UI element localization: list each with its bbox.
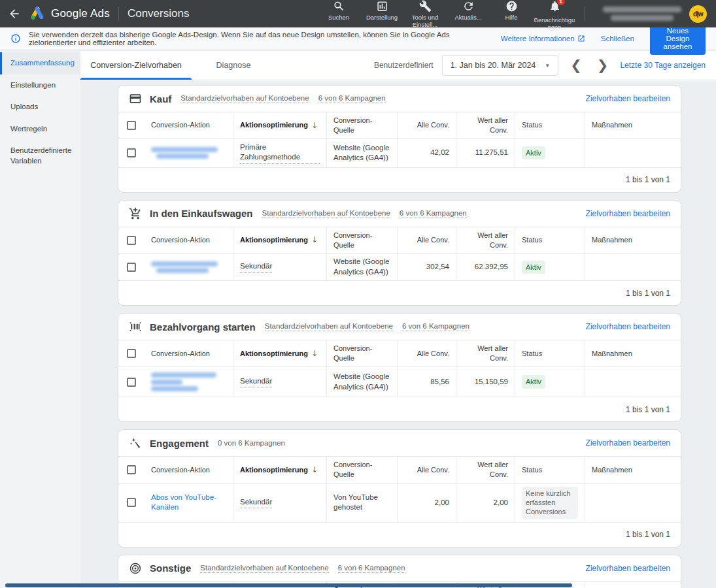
edit-goal-link[interactable]: Zielvorhaben bearbeiten: [586, 209, 670, 218]
col-wert-aller-conv[interactable]: Wert aller Conv.: [456, 112, 515, 139]
tab-bar: Conversion-Zielvorhaben Diagnose Benutze…: [80, 51, 716, 80]
col-massnahmen[interactable]: Maßnahmen: [585, 457, 681, 483]
back-arrow-icon[interactable]: [8, 7, 21, 20]
col-massnahmen[interactable]: Maßnahmen: [585, 582, 681, 588]
table-header-row: Conversion-Aktion Aktionsoptimierung↓ Co…: [118, 456, 681, 483]
col-conversion-quelle[interactable]: Conversion-Quelle: [326, 112, 397, 139]
campaigns-link[interactable]: 6 von 6 Kampagnen: [400, 209, 467, 218]
select-all-checkbox[interactable]: [127, 121, 136, 130]
dismiss-banner-link[interactable]: Schließen: [601, 35, 634, 42]
sidebar-item-einstellungen[interactable]: Einstellungen: [0, 74, 80, 97]
conversion-source: Website (Google Analytics (GA4)): [326, 253, 397, 280]
tools-settings-button[interactable]: Tools und Einstell...: [403, 0, 447, 28]
refresh-button[interactable]: Aktualis...: [447, 0, 490, 21]
col-alle-conv[interactable]: Alle Conv.: [397, 457, 456, 483]
appearance-button[interactable]: Darstellung: [360, 0, 403, 21]
status-badge: Keine kürzlich erfassten Conversions: [522, 487, 578, 519]
help-button[interactable]: Hilfe: [490, 0, 533, 21]
row-checkbox[interactable]: [127, 148, 136, 157]
sort-desc-icon: ↓: [311, 348, 318, 359]
col-massnahmen[interactable]: Maßnahmen: [585, 340, 681, 367]
notifications-button[interactable]: 1 Benachrichtigungen: [533, 0, 576, 31]
col-conversion-quelle[interactable]: Conversion-Quelle: [326, 340, 397, 367]
tab-diagnose[interactable]: Diagnose: [192, 51, 275, 80]
sidebar-item-wertregeln[interactable]: Wertregeln: [0, 118, 80, 140]
row-checkbox[interactable]: [127, 263, 136, 272]
notification-badge: 1: [556, 0, 566, 6]
row-checkbox[interactable]: [127, 378, 136, 387]
date-range-mode-label: Benutzerdefiniert: [374, 61, 434, 70]
next-period-button[interactable]: ❯: [594, 59, 612, 73]
horizontal-scrollbar[interactable]: [5, 583, 572, 587]
col-status[interactable]: Status: [515, 457, 585, 483]
row-checkbox[interactable]: [127, 498, 136, 507]
col-aktionsoptimierung[interactable]: Aktionsoptimierung↓: [233, 112, 326, 139]
table-row: Primäre Zahlungsmethode Website (Google …: [118, 139, 681, 168]
learn-more-link[interactable]: Weitere Informationen: [501, 35, 585, 42]
col-massnahmen[interactable]: Maßnahmen: [585, 112, 681, 139]
col-conversion-aktion[interactable]: Conversion-Aktion: [145, 457, 233, 483]
table-header-row: Conversion-Aktion Aktionsoptimierung↓ Co…: [118, 112, 681, 139]
col-status[interactable]: Status: [515, 112, 585, 139]
col-alle-conv[interactable]: Alle Conv.: [397, 340, 456, 367]
col-wert-aller-conv[interactable]: Wert aller Conv.: [456, 340, 515, 367]
edit-goal-link[interactable]: Zielvorhaben bearbeiten: [586, 94, 670, 103]
col-status[interactable]: Status: [515, 227, 585, 253]
scope-link[interactable]: Standardzielvorhaben auf Kontoebene: [200, 564, 328, 573]
conversion-action-link-redacted[interactable]: [151, 259, 218, 275]
all-conversions: 302,54: [397, 253, 456, 280]
col-alle-conv[interactable]: Alle Conv.: [397, 112, 456, 139]
date-range-dropdown[interactable]: 1. Jan bis 20. Mär 2024 ▼: [442, 55, 559, 76]
col-conversion-quelle[interactable]: Conversion-Quelle: [326, 227, 397, 253]
conversion-action-link-redacted[interactable]: [151, 371, 216, 393]
col-wert-aller-conv[interactable]: Wert aller Conv.: [456, 457, 515, 483]
optimization-link[interactable]: Sekundär: [240, 261, 272, 273]
scope-link[interactable]: Standardzielvorhaben auf Kontoebene: [180, 94, 309, 103]
tab-conversion-zielvorhaben[interactable]: Conversion-Zielvorhaben: [80, 51, 192, 80]
sidebar-item-benutzerdefinierte-variablen[interactable]: Benutzerdefinierte Variablen: [0, 140, 80, 172]
sidebar-item-zusammenfassung[interactable]: Zusammenfassung: [0, 52, 80, 74]
col-conversion-aktion[interactable]: Conversion-Aktion: [145, 340, 233, 367]
conversion-action-link-redacted[interactable]: [151, 145, 218, 161]
campaigns-link[interactable]: 6 von 6 Kampagnen: [338, 564, 405, 573]
col-alle-conv[interactable]: Alle Conv.: [397, 227, 456, 253]
col-conversion-aktion[interactable]: Conversion-Aktion: [145, 227, 233, 253]
edit-goal-link[interactable]: Zielvorhaben bearbeiten: [586, 438, 670, 448]
sidebar-item-uploads[interactable]: Uploads: [0, 96, 80, 118]
campaigns-label[interactable]: 0 von 6 Kampagnen: [218, 439, 285, 447]
edit-goal-link[interactable]: Zielvorhaben bearbeiten: [586, 322, 670, 331]
campaigns-link[interactable]: 6 von 6 Kampagnen: [318, 94, 386, 103]
optimization-link[interactable]: Sekundär: [240, 497, 272, 509]
external-link-icon: [577, 35, 585, 42]
optimization-link[interactable]: Sekundär: [240, 376, 272, 388]
pagination: 1 bis 1 von 1: [626, 405, 670, 414]
edit-goal-link[interactable]: Zielvorhaben bearbeiten: [586, 564, 670, 573]
col-wert-aller-conv[interactable]: Wert aller Conv.: [456, 227, 515, 253]
massnahmen-cell: [585, 483, 681, 522]
last-30-days-link[interactable]: Letzte 30 Tage anzeigen: [620, 61, 706, 70]
select-all-checkbox[interactable]: [127, 236, 136, 245]
select-all-checkbox[interactable]: [127, 349, 136, 358]
scope-link[interactable]: Standardzielvorhaben auf Kontoebene: [265, 322, 393, 331]
col-aktionsoptimierung[interactable]: Aktionsoptimierung↓: [233, 457, 326, 483]
search-button[interactable]: Suchen: [317, 0, 360, 21]
campaigns-link[interactable]: 6 von 6 Kampagnen: [402, 322, 469, 331]
scope-link[interactable]: Standardzielvorhaben auf Kontoebene: [262, 209, 390, 218]
previous-period-button[interactable]: ❮: [567, 59, 585, 73]
col-conversion-quelle[interactable]: Conversion-Quelle: [326, 457, 397, 483]
section-title: Sonstige: [150, 563, 191, 574]
optimization-link[interactable]: Primäre Zahlungsmethode: [240, 142, 320, 164]
table-row: Abos von YouTube-Kanälen Sekundär Von Yo…: [118, 483, 681, 523]
google-ads-logo: [29, 5, 46, 22]
pagination: 1 bis 1 von 1: [626, 530, 670, 539]
select-all-checkbox[interactable]: [127, 465, 136, 474]
col-conversion-aktion[interactable]: Conversion-Aktion: [145, 112, 233, 139]
table-header-row: Conversion-Aktion Aktionsoptimierung↓ Co…: [118, 340, 681, 367]
col-aktionsoptimierung[interactable]: Aktionsoptimierung↓: [233, 340, 326, 367]
col-massnahmen[interactable]: Maßnahmen: [585, 227, 681, 253]
account-info-redacted[interactable]: [603, 7, 681, 21]
conversion-action-link[interactable]: Abos von YouTube-Kanälen: [151, 493, 226, 513]
avatar[interactable]: d|w: [689, 5, 707, 23]
col-aktionsoptimierung[interactable]: Aktionsoptimierung↓: [233, 227, 326, 253]
col-status[interactable]: Status: [515, 340, 585, 367]
